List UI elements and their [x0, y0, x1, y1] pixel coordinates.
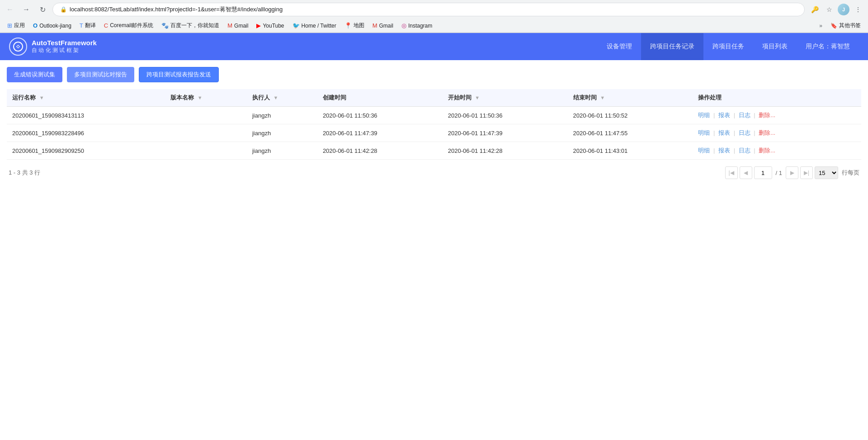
key-icon[interactable]: 🔑: [808, 3, 821, 16]
bookmark-instagram[interactable]: ◎ Instagram: [398, 21, 436, 30]
youtube-icon: ▶: [256, 22, 261, 29]
nav-project-list[interactable]: 项目列表: [753, 33, 797, 60]
bookmark-gmail1[interactable]: M Gmail: [224, 21, 252, 30]
nav-cross-project-task[interactable]: 跨项目任务: [703, 33, 753, 60]
filter-start-icon[interactable]: ▼: [475, 95, 480, 100]
table-row: 20200601_1590982909250 jiangzh 2020-06-0…: [7, 142, 861, 160]
bookmark-apps-label: 应用: [14, 22, 25, 29]
app-header: AutoTestFramework 自 动 化 测 试 框 架 设备管理 跨项目…: [0, 33, 868, 60]
filter-run-name-icon[interactable]: ▼: [39, 95, 44, 100]
cell-end: 2020-06-01 11:43:01: [568, 142, 693, 160]
bookmark-twitter[interactable]: 🐦 Home / Twitter: [289, 21, 340, 30]
multi-project-report-btn[interactable]: 多项目测试比对报告: [67, 67, 134, 82]
app-logo: AutoTestFramework 自 动 化 测 试 框 架: [9, 38, 97, 56]
bookmark-youtube[interactable]: ▶ YouTube: [253, 21, 288, 30]
next-page-btn[interactable]: ▶: [786, 166, 798, 179]
logo-text: AutoTestFramework 自 动 化 测 试 框 架: [32, 39, 97, 54]
back-button[interactable]: ←: [4, 3, 16, 16]
pagination: 1 - 3 共 3 行 |◀ ◀ / 1 ▶ ▶| 15 25 50 100 行…: [7, 166, 861, 179]
log-link[interactable]: 日志: [739, 129, 750, 136]
star-icon[interactable]: ☆: [823, 3, 835, 16]
generate-error-test-btn[interactable]: 生成错误测试集: [7, 67, 62, 82]
gmail2-icon: M: [373, 22, 377, 29]
url-text: localhost:8082/TestLab/atf/index.html?pr…: [70, 5, 797, 14]
bookmark-translate-label: 翻译: [85, 22, 96, 29]
data-table: 运行名称 ▼ 版本名称 ▼ 执行人 ▼ 创建时间 开始时间 ▼: [7, 89, 861, 160]
cell-end: 2020-06-01 11:50:52: [568, 107, 693, 124]
bookmark-coremail-label: Coremail邮件系统: [110, 22, 153, 29]
avatar: J: [838, 4, 849, 15]
address-bar[interactable]: 🔒 localhost:8082/TestLab/atf/index.html?…: [52, 3, 805, 16]
report-link[interactable]: 报表: [718, 112, 730, 118]
maps-icon: 📍: [344, 22, 352, 29]
cross-project-send-btn[interactable]: 跨项目测试报表报告发送: [139, 67, 219, 82]
log-link[interactable]: 日志: [739, 112, 750, 118]
cell-start: 2020-06-01 11:42:28: [443, 142, 568, 160]
detail-link[interactable]: 明细: [698, 129, 710, 136]
report-link[interactable]: 报表: [718, 147, 730, 154]
cell-version: [165, 107, 247, 124]
lock-icon: 🔒: [60, 6, 67, 13]
bookmark-gmail1-label: Gmail: [234, 23, 248, 29]
menu-button[interactable]: ⋮: [852, 3, 864, 16]
more-bookmarks[interactable]: »: [816, 21, 826, 30]
other-bookmarks[interactable]: 🔖 其他书签: [827, 20, 864, 31]
browser-actions: 🔑 ☆ J ⋮: [808, 3, 864, 16]
gmail1-icon: M: [227, 22, 232, 29]
col-actions: 操作处理: [693, 89, 861, 107]
bookmark-maps[interactable]: 📍 地图: [341, 20, 368, 31]
delete-link[interactable]: 删除...: [759, 147, 775, 154]
last-page-btn[interactable]: ▶|: [800, 166, 813, 179]
bookmark-twitter-label: Home / Twitter: [302, 23, 336, 29]
report-link[interactable]: 报表: [718, 129, 730, 136]
cell-executor: jiangzh: [247, 142, 317, 160]
bookmark-gmail2[interactable]: M Gmail: [369, 21, 397, 30]
log-link[interactable]: 日志: [739, 147, 750, 154]
col-end-time: 结束时间 ▼: [568, 89, 693, 107]
bookmark-baidu[interactable]: 🐾 百度一下，你就知道: [158, 20, 223, 31]
cell-created: 2020-06-01 11:50:36: [317, 107, 443, 124]
filter-end-icon[interactable]: ▼: [600, 95, 605, 100]
logo-en: AutoTestFramework: [32, 39, 97, 47]
profile-button[interactable]: J: [837, 3, 850, 16]
cell-end: 2020-06-01 11:47:55: [568, 124, 693, 142]
nav-username[interactable]: 用户名：蒋智慧: [797, 33, 859, 60]
cell-actions: 明细 | 报表 | 日志 | 删除...: [693, 142, 861, 160]
first-page-btn[interactable]: |◀: [725, 166, 738, 179]
page-total: / 1: [776, 170, 782, 176]
bookmark-coremail[interactable]: C Coremail邮件系统: [100, 20, 157, 31]
bookmark-icon: 🔖: [830, 23, 837, 29]
toolbar: 生成错误测试集 多项目测试比对报告 跨项目测试报表报告发送: [7, 67, 861, 82]
bookmark-youtube-label: YouTube: [263, 23, 284, 29]
cell-created: 2020-06-01 11:47:39: [317, 124, 443, 142]
outlook-icon: O: [33, 22, 38, 29]
filter-version-icon[interactable]: ▼: [198, 95, 203, 100]
logo-cn: 自 动 化 测 试 框 架: [32, 47, 97, 54]
page-input[interactable]: [754, 166, 772, 179]
col-start-time: 开始时间 ▼: [443, 89, 568, 107]
cell-run-name: 20200601_1590983413113: [7, 107, 165, 124]
cell-executor: jiangzh: [247, 124, 317, 142]
delete-link[interactable]: 删除...: [759, 129, 775, 136]
other-bookmarks-label: 其他书签: [839, 22, 861, 29]
bookmark-outlook-label: Outlook-jiang: [39, 23, 71, 29]
nav-device-management[interactable]: 设备管理: [598, 33, 641, 60]
cell-actions: 明细 | 报表 | 日志 | 删除...: [693, 107, 861, 124]
bookmark-translate[interactable]: T 翻译: [76, 20, 99, 31]
detail-link[interactable]: 明细: [698, 112, 710, 118]
forward-button[interactable]: →: [20, 3, 33, 16]
prev-page-btn[interactable]: ◀: [740, 166, 752, 179]
logo-icon: [9, 38, 27, 56]
col-version-name: 版本名称 ▼: [165, 89, 247, 107]
browser-toolbar: ← → ↻ 🔒 localhost:8082/TestLab/atf/index…: [0, 0, 868, 19]
reload-button[interactable]: ↻: [36, 3, 49, 16]
table-row: 20200601_1590983413113 jiangzh 2020-06-0…: [7, 107, 861, 124]
per-page-select[interactable]: 15 25 50 100: [815, 166, 838, 179]
detail-link[interactable]: 明细: [698, 147, 710, 154]
delete-link[interactable]: 删除...: [759, 112, 775, 118]
bookmark-outlook[interactable]: O Outlook-jiang: [29, 21, 75, 30]
nav-cross-project-log[interactable]: 跨项目任务记录: [641, 33, 703, 60]
bookmark-apps[interactable]: ⊞ 应用: [4, 20, 28, 31]
bookmark-baidu-label: 百度一下，你就知道: [170, 22, 219, 29]
filter-executor-icon[interactable]: ▼: [274, 95, 278, 100]
